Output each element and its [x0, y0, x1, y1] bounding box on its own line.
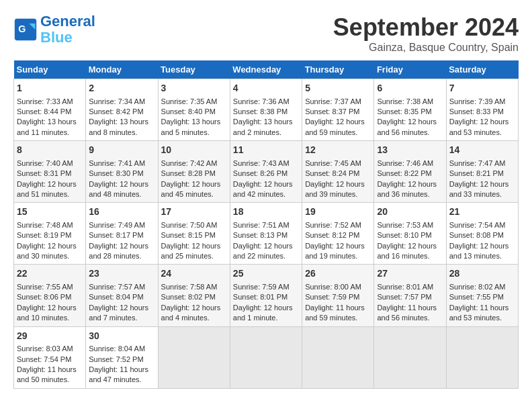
calendar-cell: 28Sunrise: 8:02 AMSunset: 7:55 PMDayligh… — [446, 265, 518, 326]
column-header-saturday: Saturday — [446, 60, 518, 79]
calendar-cell: 4Sunrise: 7:36 AMSunset: 8:38 PMDaylight… — [230, 79, 302, 141]
calendar-cell: 29Sunrise: 8:03 AMSunset: 7:54 PMDayligh… — [14, 326, 86, 388]
day-info: Sunset: 8:35 PM — [377, 107, 443, 117]
day-info: Daylight: 12 hours and 36 minutes. — [377, 179, 443, 200]
calendar-cell: 8Sunrise: 7:40 AMSunset: 8:31 PMDaylight… — [14, 141, 86, 203]
calendar-cell: 23Sunrise: 7:57 AMSunset: 8:04 PMDayligh… — [86, 265, 158, 326]
day-info: Sunrise: 7:35 AM — [161, 97, 227, 107]
column-header-wednesday: Wednesday — [230, 60, 302, 79]
page-header: G General Blue September 2024 Gainza, Ba… — [13, 13, 519, 54]
calendar-cell: 27Sunrise: 8:01 AMSunset: 7:57 PMDayligh… — [374, 265, 446, 326]
day-info: Sunset: 7:52 PM — [89, 355, 154, 365]
column-header-tuesday: Tuesday — [158, 60, 230, 79]
day-number: 4 — [233, 82, 299, 95]
calendar-cell: 3Sunrise: 7:35 AMSunset: 8:40 PMDaylight… — [158, 79, 230, 141]
logo-icon: G — [13, 17, 38, 42]
day-number: 7 — [449, 82, 515, 95]
day-info: Daylight: 12 hours and 48 minutes. — [89, 179, 154, 200]
day-info: Daylight: 12 hours and 51 minutes. — [17, 179, 83, 200]
calendar-cell — [230, 326, 302, 388]
day-info: Daylight: 12 hours and 59 minutes. — [305, 117, 371, 138]
calendar-header-row: SundayMondayTuesdayWednesdayThursdayFrid… — [14, 60, 519, 79]
calendar-cell: 22Sunrise: 7:55 AMSunset: 8:06 PMDayligh… — [14, 265, 86, 326]
calendar-cell: 7Sunrise: 7:39 AMSunset: 8:33 PMDaylight… — [446, 79, 518, 141]
day-info: Sunrise: 7:36 AM — [233, 97, 299, 107]
calendar-cell: 19Sunrise: 7:52 AMSunset: 8:12 PMDayligh… — [302, 203, 374, 265]
day-info: Sunrise: 7:53 AM — [377, 220, 443, 230]
day-info: Sunset: 8:17 PM — [89, 230, 154, 240]
day-info: Sunrise: 7:45 AM — [305, 158, 371, 169]
day-number: 14 — [449, 144, 515, 157]
day-number: 9 — [89, 144, 154, 157]
day-info: Daylight: 12 hours and 1 minute. — [233, 303, 299, 324]
day-info: Sunset: 8:28 PM — [161, 169, 227, 179]
calendar-week-row: 22Sunrise: 7:55 AMSunset: 8:06 PMDayligh… — [14, 265, 519, 326]
day-info: Sunrise: 8:03 AM — [17, 344, 83, 354]
column-header-monday: Monday — [86, 60, 158, 79]
day-number: 3 — [161, 82, 227, 95]
column-header-friday: Friday — [374, 60, 446, 79]
day-info: Daylight: 12 hours and 42 minutes. — [233, 179, 299, 200]
day-info: Sunset: 8:33 PM — [449, 107, 515, 117]
day-number: 26 — [305, 267, 371, 281]
calendar-cell: 13Sunrise: 7:46 AMSunset: 8:22 PMDayligh… — [374, 141, 446, 203]
day-info: Sunrise: 7:57 AM — [89, 282, 154, 292]
day-info: Daylight: 11 hours and 59 minutes. — [305, 303, 371, 324]
day-number: 19 — [305, 205, 371, 219]
calendar-cell: 26Sunrise: 8:00 AMSunset: 7:59 PMDayligh… — [302, 265, 374, 326]
day-number: 30 — [89, 330, 154, 343]
day-info: Sunrise: 7:47 AM — [449, 158, 515, 169]
calendar-cell: 5Sunrise: 7:37 AMSunset: 8:37 PMDaylight… — [302, 79, 374, 141]
day-info: Sunset: 8:40 PM — [161, 107, 227, 117]
column-header-sunday: Sunday — [14, 60, 86, 79]
day-info: Sunrise: 7:59 AM — [233, 282, 299, 292]
day-info: Daylight: 12 hours and 56 minutes. — [377, 117, 443, 138]
day-number: 6 — [377, 82, 443, 95]
day-info: Daylight: 12 hours and 10 minutes. — [17, 303, 83, 324]
column-header-thursday: Thursday — [302, 60, 374, 79]
day-number: 24 — [161, 267, 227, 281]
day-info: Sunset: 7:55 PM — [449, 292, 515, 302]
day-info: Sunrise: 8:02 AM — [449, 282, 515, 292]
day-info: Sunset: 8:38 PM — [233, 107, 299, 117]
day-number: 25 — [233, 267, 299, 281]
day-number: 8 — [17, 144, 83, 157]
day-info: Sunset: 8:42 PM — [89, 107, 154, 117]
day-info: Sunset: 8:10 PM — [377, 230, 443, 240]
day-info: Daylight: 11 hours and 47 minutes. — [89, 365, 154, 385]
calendar-cell: 9Sunrise: 7:41 AMSunset: 8:30 PMDaylight… — [86, 141, 158, 203]
day-info: Sunset: 8:06 PM — [17, 292, 83, 302]
calendar-week-row: 29Sunrise: 8:03 AMSunset: 7:54 PMDayligh… — [14, 326, 519, 388]
day-number: 11 — [233, 144, 299, 157]
day-number: 10 — [161, 144, 227, 157]
day-info: Daylight: 12 hours and 16 minutes. — [377, 241, 443, 262]
day-info: Daylight: 13 hours and 11 minutes. — [17, 117, 83, 138]
day-info: Daylight: 11 hours and 56 minutes. — [377, 303, 443, 324]
day-info: Sunset: 8:30 PM — [89, 169, 154, 179]
calendar-cell: 21Sunrise: 7:54 AMSunset: 8:08 PMDayligh… — [446, 203, 518, 265]
day-info: Sunset: 8:24 PM — [305, 169, 371, 179]
calendar-cell: 20Sunrise: 7:53 AMSunset: 8:10 PMDayligh… — [374, 203, 446, 265]
svg-text:G: G — [18, 24, 26, 34]
day-number: 27 — [377, 267, 443, 281]
day-info: Sunset: 7:57 PM — [377, 292, 443, 302]
calendar-week-row: 1Sunrise: 7:33 AMSunset: 8:44 PMDaylight… — [14, 79, 519, 141]
day-info: Sunrise: 7:58 AM — [161, 282, 227, 292]
day-info: Sunrise: 7:40 AM — [17, 158, 83, 169]
calendar-cell: 12Sunrise: 7:45 AMSunset: 8:24 PMDayligh… — [302, 141, 374, 203]
day-info: Sunset: 8:02 PM — [161, 292, 227, 302]
calendar-cell: 14Sunrise: 7:47 AMSunset: 8:21 PMDayligh… — [446, 141, 518, 203]
day-info: Sunrise: 7:54 AM — [449, 220, 515, 230]
calendar-cell: 18Sunrise: 7:51 AMSunset: 8:13 PMDayligh… — [230, 203, 302, 265]
day-info: Sunrise: 7:34 AM — [89, 97, 154, 107]
day-info: Daylight: 12 hours and 13 minutes. — [449, 241, 515, 262]
day-info: Sunrise: 8:00 AM — [305, 282, 371, 292]
day-info: Daylight: 12 hours and 25 minutes. — [161, 241, 227, 262]
day-info: Sunset: 8:01 PM — [233, 292, 299, 302]
calendar-cell — [374, 326, 446, 388]
logo-text: General Blue — [40, 13, 95, 46]
day-number: 28 — [449, 267, 515, 281]
calendar-cell: 2Sunrise: 7:34 AMSunset: 8:42 PMDaylight… — [86, 79, 158, 141]
day-info: Sunset: 8:08 PM — [449, 230, 515, 240]
day-info: Sunrise: 7:55 AM — [17, 282, 83, 292]
